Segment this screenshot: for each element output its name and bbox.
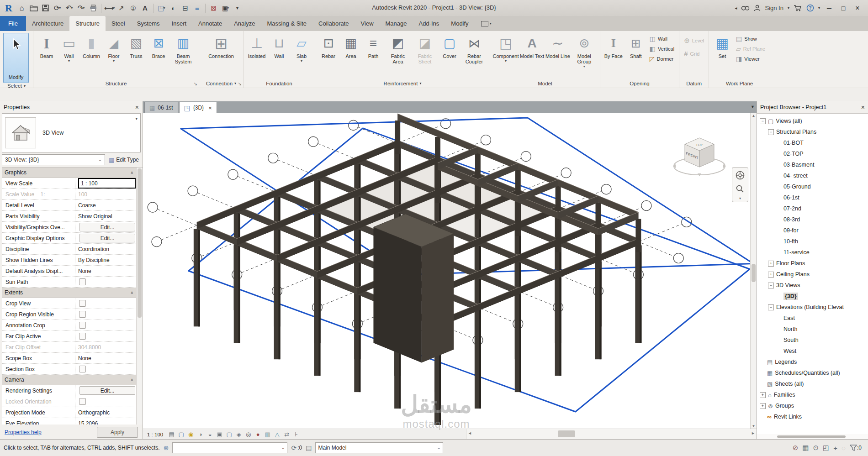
sign-in-button[interactable]: Sign In bbox=[765, 5, 783, 11]
property-value-detail-level[interactable]: Coarse bbox=[75, 200, 137, 210]
home-button[interactable]: ⌂ bbox=[16, 2, 27, 14]
shadows-icon[interactable]: ◑ bbox=[196, 430, 205, 439]
panel-label-reinforcement[interactable]: Reinforcement▾ bbox=[315, 79, 490, 88]
reveal-hidden-elements-icon[interactable]: ● bbox=[253, 430, 263, 439]
ribbon-tab-file[interactable]: File bbox=[0, 16, 26, 31]
collapse-icon[interactable]: − bbox=[768, 283, 774, 288]
show-analytical-model-icon[interactable]: △ bbox=[272, 430, 282, 439]
browser-item-09-for[interactable]: 09-for bbox=[757, 225, 868, 236]
ribbon-button-vertical[interactable]: ◧Vertical bbox=[647, 44, 677, 53]
print-button[interactable] bbox=[87, 2, 99, 14]
horizontal-scroll-thumb[interactable] bbox=[558, 430, 575, 437]
ribbon-button-truss[interactable]: ▧Truss bbox=[125, 32, 147, 60]
ribbon-button-show[interactable]: ▤Show bbox=[734, 34, 767, 43]
ribbon-tab-collaborate[interactable]: Collaborate bbox=[312, 16, 355, 31]
sun-path-icon[interactable]: ◉ bbox=[186, 430, 196, 439]
ribbon-tab-annotate[interactable]: Annotate bbox=[192, 16, 228, 31]
ribbon-button-shaft[interactable]: ⊞Shaft bbox=[625, 32, 647, 60]
expand-icon[interactable]: + bbox=[768, 261, 774, 267]
show-crop-region-icon[interactable]: ▢ bbox=[224, 430, 234, 439]
redo-button[interactable]: ↷▾ bbox=[75, 2, 87, 14]
checkbox-far-clip-active[interactable] bbox=[79, 333, 86, 340]
browser-item-02-top[interactable]: 02-TOP bbox=[757, 148, 868, 159]
browser-item-views-all[interactable]: −▢Views (all) bbox=[757, 115, 868, 126]
visual-style-icon[interactable]: ▢ bbox=[176, 430, 186, 439]
project-browser-close-icon[interactable]: × bbox=[861, 104, 865, 111]
property-value-discipline[interactable]: Coordination bbox=[75, 244, 137, 254]
view-selector-dropdown-icon[interactable]: ⌄ bbox=[98, 157, 102, 162]
panel-label-structure[interactable]: Structure↘ bbox=[33, 79, 199, 88]
property-value-scale-value-1[interactable]: 100 bbox=[75, 189, 137, 199]
property-value-scope-box[interactable]: None bbox=[75, 353, 137, 363]
browser-item-10-fth[interactable]: 10-fth bbox=[757, 236, 868, 247]
type-selector[interactable]: 3D View ▾ bbox=[2, 113, 141, 152]
property-section-graphics[interactable]: Graphics∧ bbox=[2, 168, 143, 178]
vertical-scrollbar[interactable]: ▲ ▼ bbox=[750, 113, 757, 429]
ribbon-button-wall[interactable]: ◫Wall bbox=[647, 34, 677, 43]
dialog-launcher-icon[interactable]: ↘ bbox=[194, 81, 197, 86]
edit-button-rendering-settings[interactable]: Edit... bbox=[79, 386, 135, 395]
zoom-icon[interactable] bbox=[734, 183, 746, 195]
reveal-constraints-icon[interactable]: ⊦ bbox=[291, 430, 301, 439]
collapse-icon[interactable]: − bbox=[768, 304, 774, 310]
ribbon-button-by-face[interactable]: IBy Face bbox=[603, 32, 625, 60]
view-selector-combo[interactable]: 3D View: {3D} ⌄ bbox=[2, 154, 105, 165]
crop-view-icon[interactable]: ▣ bbox=[215, 430, 224, 439]
scroll-up-icon[interactable]: ▲ bbox=[751, 114, 757, 118]
switch-windows-button[interactable]: ▣▾ bbox=[220, 2, 231, 14]
aligned-dimension-button[interactable]: ↗ bbox=[116, 2, 127, 14]
text-button[interactable]: A bbox=[139, 2, 151, 14]
view-tabs-overflow-icon[interactable]: ▼ bbox=[751, 105, 755, 109]
vertical-scroll-thumb[interactable] bbox=[752, 264, 756, 282]
detail-level-icon[interactable]: ▤ bbox=[167, 430, 176, 439]
ribbon-button-modify[interactable]: Modify bbox=[3, 33, 29, 83]
ribbon-button-connection[interactable]: ⊞Connection bbox=[201, 32, 241, 60]
edit-type-button[interactable]: ▦ Edit Type bbox=[107, 156, 141, 164]
ribbon-tab-view[interactable]: View bbox=[355, 16, 380, 31]
property-value-show-hidden-lines[interactable]: By Discipline bbox=[75, 255, 137, 265]
scroll-left-icon[interactable]: ◄ bbox=[468, 431, 472, 435]
view-cube[interactable]: TOP FRONT bbox=[672, 132, 731, 182]
checkbox-sun-path[interactable] bbox=[79, 278, 86, 285]
edit-button-graphic-display-options[interactable]: Edit... bbox=[79, 234, 135, 242]
browser-item-north[interactable]: North bbox=[757, 324, 868, 335]
design-options-icon[interactable]: ▤ bbox=[306, 444, 312, 451]
design-option-dropdown-icon[interactable]: ⌄ bbox=[437, 446, 441, 450]
ribbon-button-model-group[interactable]: ⊚Model Group▾ bbox=[571, 32, 598, 69]
ribbon-display-toggle[interactable]: ▾ bbox=[481, 16, 492, 31]
panel-label-model[interactable]: Model bbox=[490, 79, 600, 88]
ribbon-tab-architecture[interactable]: Architecture bbox=[26, 16, 69, 31]
view-tab-06-1st[interactable]: ▦06-1st bbox=[144, 102, 178, 113]
expand-icon[interactable]: + bbox=[760, 403, 766, 409]
expand-icon[interactable]: + bbox=[760, 392, 766, 398]
ribbon-button-wall[interactable]: ⊔Wall bbox=[268, 32, 290, 60]
checkbox-crop-view[interactable] bbox=[79, 300, 86, 307]
dialog-launcher-icon[interactable]: ↘ bbox=[238, 81, 242, 86]
ribbon-button-beam[interactable]: IBeam bbox=[36, 32, 58, 60]
property-value-parts-visibility[interactable]: Show Original bbox=[75, 211, 137, 221]
background-processes-icon[interactable]: ◌ bbox=[842, 444, 846, 452]
ribbon-button-fabric-area[interactable]: ◩Fabric Area bbox=[385, 32, 411, 65]
measure-button[interactable]: ⟷▾ bbox=[104, 2, 115, 14]
highlight-displacement-sets-icon[interactable]: ⇄ bbox=[282, 430, 291, 439]
sign-in-dropdown-icon[interactable]: ▾ bbox=[788, 6, 789, 10]
show-rendering-dialog-icon[interactable]: ◒ bbox=[205, 430, 215, 439]
browser-item-ceiling-plans[interactable]: +Ceiling Plans bbox=[757, 269, 868, 280]
properties-help-link[interactable]: Properties help bbox=[5, 429, 42, 435]
drag-on-selection-toggle-icon[interactable]: + bbox=[833, 444, 837, 452]
ribbon-button-rebar[interactable]: ⊡Rebar bbox=[318, 32, 339, 60]
scroll-right-icon[interactable]: ► bbox=[751, 431, 755, 435]
expand-icon[interactable]: + bbox=[768, 272, 774, 278]
ribbon-button-viewer[interactable]: ◨Viewer bbox=[734, 54, 767, 63]
unlocked-3d-view-icon[interactable]: ◈ bbox=[234, 430, 243, 439]
browser-item-04-street[interactable]: 04- street bbox=[757, 170, 868, 181]
ribbon-tab-modify[interactable]: Modify bbox=[445, 16, 474, 31]
scroll-down-icon[interactable]: ▼ bbox=[751, 424, 757, 428]
temporary-hide-isolate-icon[interactable]: ◎ bbox=[243, 430, 253, 439]
property-value-default-analysis-displ[interactable]: None bbox=[75, 266, 137, 276]
properties-scrollbar[interactable] bbox=[136, 168, 143, 425]
browser-item-east[interactable]: East bbox=[757, 313, 868, 324]
revit-logo[interactable]: R bbox=[2, 2, 16, 15]
ribbon-button-brace[interactable]: ⊠Brace bbox=[148, 32, 169, 60]
checkbox-annotation-crop[interactable] bbox=[79, 322, 86, 329]
